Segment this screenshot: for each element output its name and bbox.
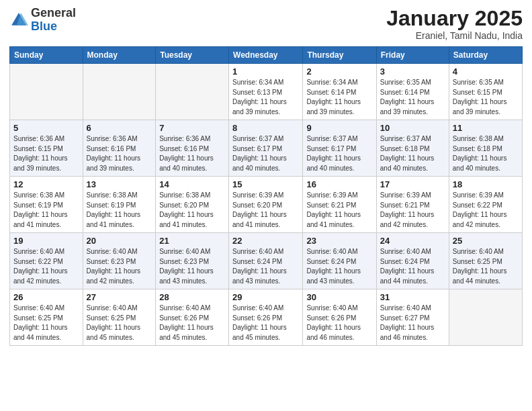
week-row-3: 19Sunrise: 6:40 AM Sunset: 6:22 PM Dayli… bbox=[10, 233, 523, 289]
calendar-cell: 7Sunrise: 6:36 AM Sunset: 6:16 PM Daylig… bbox=[156, 120, 229, 177]
day-number: 20 bbox=[87, 236, 152, 246]
day-number: 24 bbox=[380, 236, 445, 246]
calendar-cell: 29Sunrise: 6:40 AM Sunset: 6:26 PM Dayli… bbox=[229, 289, 303, 346]
weekday-header-saturday: Saturday bbox=[449, 47, 522, 64]
day-info: Sunrise: 6:39 AM Sunset: 6:20 PM Dayligh… bbox=[232, 191, 299, 230]
calendar-cell: 14Sunrise: 6:38 AM Sunset: 6:20 PM Dayli… bbox=[156, 177, 229, 233]
day-info: Sunrise: 6:39 AM Sunset: 6:21 PM Dayligh… bbox=[306, 191, 372, 230]
calendar-cell: 19Sunrise: 6:40 AM Sunset: 6:22 PM Dayli… bbox=[10, 233, 83, 289]
day-info: Sunrise: 6:36 AM Sunset: 6:16 PM Dayligh… bbox=[159, 134, 225, 173]
day-info: Sunrise: 6:38 AM Sunset: 6:18 PM Dayligh… bbox=[453, 134, 519, 173]
day-info: Sunrise: 6:38 AM Sunset: 6:20 PM Dayligh… bbox=[159, 191, 225, 230]
calendar-cell: 6Sunrise: 6:36 AM Sunset: 6:16 PM Daylig… bbox=[83, 120, 156, 177]
logo-icon bbox=[9, 11, 28, 30]
day-number: 1 bbox=[232, 66, 299, 77]
calendar-cell: 23Sunrise: 6:40 AM Sunset: 6:24 PM Dayli… bbox=[303, 233, 376, 289]
day-number: 31 bbox=[380, 292, 445, 302]
calendar-cell bbox=[83, 64, 156, 120]
day-number: 15 bbox=[232, 179, 299, 189]
week-row-0: 1Sunrise: 6:34 AM Sunset: 6:13 PM Daylig… bbox=[10, 64, 523, 120]
page: General Blue January 2025 Eraniel, Tamil… bbox=[0, 0, 532, 411]
day-number: 11 bbox=[453, 123, 519, 133]
calendar-cell: 3Sunrise: 6:35 AM Sunset: 6:14 PM Daylig… bbox=[376, 64, 449, 120]
day-info: Sunrise: 6:40 AM Sunset: 6:25 PM Dayligh… bbox=[453, 247, 519, 286]
day-number: 25 bbox=[453, 236, 519, 246]
week-row-4: 26Sunrise: 6:40 AM Sunset: 6:25 PM Dayli… bbox=[10, 289, 523, 346]
logo-text: General Blue bbox=[31, 7, 76, 34]
calendar-cell bbox=[156, 64, 229, 120]
day-number: 3 bbox=[380, 66, 445, 77]
day-info: Sunrise: 6:40 AM Sunset: 6:23 PM Dayligh… bbox=[87, 247, 152, 286]
day-info: Sunrise: 6:36 AM Sunset: 6:15 PM Dayligh… bbox=[13, 134, 79, 173]
weekday-header-wednesday: Wednesday bbox=[229, 47, 303, 64]
header: General Blue January 2025 Eraniel, Tamil… bbox=[9, 7, 523, 41]
day-info: Sunrise: 6:39 AM Sunset: 6:21 PM Dayligh… bbox=[380, 191, 445, 230]
day-number: 10 bbox=[380, 123, 445, 133]
title-block: January 2025 Eraniel, Tamil Nadu, India bbox=[386, 7, 523, 41]
calendar-cell: 28Sunrise: 6:40 AM Sunset: 6:26 PM Dayli… bbox=[156, 289, 229, 346]
weekday-header-thursday: Thursday bbox=[303, 47, 376, 64]
calendar-cell: 2Sunrise: 6:34 AM Sunset: 6:14 PM Daylig… bbox=[303, 64, 376, 120]
calendar-cell: 12Sunrise: 6:38 AM Sunset: 6:19 PM Dayli… bbox=[10, 177, 83, 233]
day-info: Sunrise: 6:40 AM Sunset: 6:23 PM Dayligh… bbox=[159, 247, 225, 286]
day-number: 12 bbox=[13, 179, 79, 189]
day-info: Sunrise: 6:37 AM Sunset: 6:17 PM Dayligh… bbox=[232, 134, 299, 173]
calendar-cell: 1Sunrise: 6:34 AM Sunset: 6:13 PM Daylig… bbox=[229, 64, 303, 120]
week-row-1: 5Sunrise: 6:36 AM Sunset: 6:15 PM Daylig… bbox=[10, 120, 523, 177]
weekday-header-row: SundayMondayTuesdayWednesdayThursdayFrid… bbox=[10, 47, 523, 64]
day-number: 21 bbox=[159, 236, 225, 246]
calendar-cell bbox=[449, 289, 522, 346]
day-info: Sunrise: 6:38 AM Sunset: 6:19 PM Dayligh… bbox=[13, 191, 79, 230]
day-info: Sunrise: 6:40 AM Sunset: 6:27 PM Dayligh… bbox=[380, 304, 445, 342]
day-info: Sunrise: 6:40 AM Sunset: 6:24 PM Dayligh… bbox=[232, 247, 299, 286]
day-info: Sunrise: 6:39 AM Sunset: 6:22 PM Dayligh… bbox=[453, 191, 519, 230]
calendar-cell: 26Sunrise: 6:40 AM Sunset: 6:25 PM Dayli… bbox=[10, 289, 83, 346]
day-number: 30 bbox=[306, 292, 372, 302]
calendar-subtitle: Eraniel, Tamil Nadu, India bbox=[386, 30, 523, 41]
calendar-cell: 16Sunrise: 6:39 AM Sunset: 6:21 PM Dayli… bbox=[303, 177, 376, 233]
logo-general: General bbox=[31, 6, 76, 19]
weekday-header-monday: Monday bbox=[83, 47, 156, 64]
calendar-cell bbox=[10, 64, 83, 120]
weekday-header-tuesday: Tuesday bbox=[156, 47, 229, 64]
calendar-cell: 21Sunrise: 6:40 AM Sunset: 6:23 PM Dayli… bbox=[156, 233, 229, 289]
logo: General Blue bbox=[9, 7, 76, 34]
calendar-title: January 2025 bbox=[386, 7, 523, 30]
day-number: 4 bbox=[453, 66, 519, 77]
calendar-cell: 24Sunrise: 6:40 AM Sunset: 6:24 PM Dayli… bbox=[376, 233, 449, 289]
calendar-cell: 27Sunrise: 6:40 AM Sunset: 6:25 PM Dayli… bbox=[83, 289, 156, 346]
day-info: Sunrise: 6:37 AM Sunset: 6:18 PM Dayligh… bbox=[380, 134, 445, 173]
day-info: Sunrise: 6:40 AM Sunset: 6:25 PM Dayligh… bbox=[13, 304, 79, 342]
calendar-cell: 31Sunrise: 6:40 AM Sunset: 6:27 PM Dayli… bbox=[376, 289, 449, 346]
day-number: 22 bbox=[232, 236, 299, 246]
day-info: Sunrise: 6:34 AM Sunset: 6:14 PM Dayligh… bbox=[306, 78, 372, 117]
day-number: 27 bbox=[87, 292, 152, 302]
day-info: Sunrise: 6:37 AM Sunset: 6:17 PM Dayligh… bbox=[306, 134, 372, 173]
day-info: Sunrise: 6:35 AM Sunset: 6:15 PM Dayligh… bbox=[453, 78, 519, 117]
day-number: 14 bbox=[159, 179, 225, 189]
day-info: Sunrise: 6:40 AM Sunset: 6:22 PM Dayligh… bbox=[13, 247, 79, 286]
calendar-cell: 11Sunrise: 6:38 AM Sunset: 6:18 PM Dayli… bbox=[449, 120, 522, 177]
day-number: 26 bbox=[13, 292, 79, 302]
day-info: Sunrise: 6:40 AM Sunset: 6:24 PM Dayligh… bbox=[306, 247, 372, 286]
day-number: 29 bbox=[232, 292, 299, 302]
calendar-cell: 4Sunrise: 6:35 AM Sunset: 6:15 PM Daylig… bbox=[449, 64, 522, 120]
calendar-cell: 8Sunrise: 6:37 AM Sunset: 6:17 PM Daylig… bbox=[229, 120, 303, 177]
day-info: Sunrise: 6:38 AM Sunset: 6:19 PM Dayligh… bbox=[87, 191, 152, 230]
day-number: 9 bbox=[306, 123, 372, 133]
day-number: 16 bbox=[306, 179, 372, 189]
week-row-2: 12Sunrise: 6:38 AM Sunset: 6:19 PM Dayli… bbox=[10, 177, 523, 233]
day-number: 8 bbox=[232, 123, 299, 133]
day-info: Sunrise: 6:40 AM Sunset: 6:26 PM Dayligh… bbox=[306, 304, 372, 342]
calendar-cell: 18Sunrise: 6:39 AM Sunset: 6:22 PM Dayli… bbox=[449, 177, 522, 233]
day-info: Sunrise: 6:40 AM Sunset: 6:26 PM Dayligh… bbox=[232, 304, 299, 342]
day-number: 6 bbox=[87, 123, 152, 133]
calendar-cell: 30Sunrise: 6:40 AM Sunset: 6:26 PM Dayli… bbox=[303, 289, 376, 346]
calendar-cell: 13Sunrise: 6:38 AM Sunset: 6:19 PM Dayli… bbox=[83, 177, 156, 233]
day-info: Sunrise: 6:35 AM Sunset: 6:14 PM Dayligh… bbox=[380, 78, 445, 117]
day-info: Sunrise: 6:40 AM Sunset: 6:25 PM Dayligh… bbox=[87, 304, 152, 342]
weekday-header-sunday: Sunday bbox=[10, 47, 83, 64]
day-number: 13 bbox=[87, 179, 152, 189]
day-number: 23 bbox=[306, 236, 372, 246]
day-info: Sunrise: 6:40 AM Sunset: 6:24 PM Dayligh… bbox=[380, 247, 445, 286]
